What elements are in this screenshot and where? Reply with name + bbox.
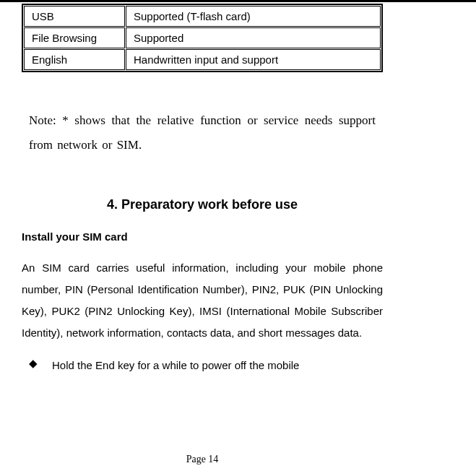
bullet-text: Hold the End key for a while to power of…	[52, 357, 383, 374]
bullet-list-item: ◆ Hold the End key for a while to power …	[22, 357, 383, 374]
body-paragraph: An SIM card carries useful information, …	[22, 257, 383, 344]
top-border	[0, 0, 476, 2]
spec-label: USB	[24, 6, 125, 27]
spec-value: Supported	[126, 27, 381, 48]
sub-heading: Install your SIM card	[22, 230, 383, 243]
spec-label: English	[24, 49, 125, 70]
note-paragraph: Note: * shows that the relative function…	[22, 108, 383, 157]
specification-table: USB Supported (T-flash card) File Browsi…	[22, 4, 383, 72]
page-number: Page 14	[0, 454, 404, 465]
page-content: USB Supported (T-flash card) File Browsi…	[0, 4, 404, 374]
table-row: USB Supported (T-flash card)	[24, 6, 381, 27]
spec-label: File Browsing	[24, 27, 125, 48]
table-row: English Handwritten input and support	[24, 49, 381, 70]
diamond-bullet-icon: ◆	[29, 357, 38, 374]
spec-value: Handwritten input and support	[126, 49, 381, 70]
section-heading: 4. Preparatory work before use	[22, 197, 383, 212]
table-row: File Browsing Supported	[24, 27, 381, 48]
spec-value: Supported (T-flash card)	[126, 6, 381, 27]
